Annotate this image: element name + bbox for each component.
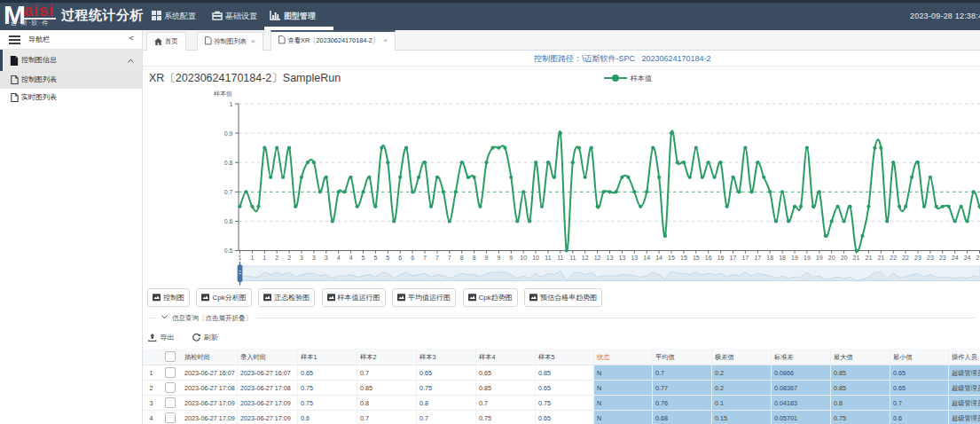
svg-text:0.7: 0.7 (224, 189, 233, 195)
svg-text:9: 9 (497, 255, 500, 261)
svg-text:17: 17 (742, 255, 749, 261)
svg-text:4: 4 (337, 255, 341, 261)
svg-text:21: 21 (877, 255, 884, 261)
svg-text:13: 13 (631, 255, 638, 261)
svg-text:20: 20 (841, 255, 848, 261)
svg-text:21: 21 (866, 255, 873, 261)
svg-text:11: 11 (545, 255, 551, 261)
svg-text:1: 1 (239, 255, 242, 261)
svg-text:11: 11 (569, 255, 576, 261)
svg-text:21: 21 (853, 255, 860, 261)
svg-text:24: 24 (964, 255, 971, 261)
svg-text:0.5: 0.5 (224, 247, 233, 254)
svg-text:12: 12 (594, 255, 601, 261)
svg-text:1: 1 (263, 255, 266, 261)
svg-text:20: 20 (828, 255, 835, 261)
svg-text:1: 1 (230, 101, 233, 107)
svg-text:15: 15 (693, 255, 700, 261)
svg-text:22: 22 (902, 255, 909, 261)
svg-text:19: 19 (791, 255, 798, 261)
svg-text:15: 15 (668, 255, 675, 261)
svg-text:22: 22 (890, 255, 897, 261)
svg-text:1: 1 (250, 255, 254, 261)
svg-text:13: 13 (619, 255, 626, 261)
svg-text:3: 3 (325, 255, 328, 261)
svg-text:6: 6 (411, 255, 414, 261)
svg-text:18: 18 (779, 255, 786, 261)
svg-text:7: 7 (435, 255, 439, 261)
svg-text:23: 23 (914, 255, 921, 261)
svg-text:5: 5 (386, 255, 389, 261)
svg-text:15: 15 (680, 255, 687, 261)
svg-text:0.6: 0.6 (224, 218, 233, 224)
svg-text:17: 17 (730, 255, 737, 261)
svg-text:0.9: 0.9 (224, 130, 233, 137)
svg-text:16: 16 (717, 255, 725, 261)
svg-text:25: 25 (976, 255, 980, 261)
svg-text:3: 3 (312, 255, 316, 261)
svg-text:23: 23 (927, 255, 934, 261)
svg-text:9: 9 (485, 255, 489, 261)
svg-text:7: 7 (448, 255, 451, 261)
svg-text:18: 18 (766, 255, 773, 261)
svg-text:10: 10 (520, 255, 527, 261)
svg-text:12: 12 (582, 255, 589, 261)
svg-text:23: 23 (939, 255, 946, 261)
svg-text:4: 4 (349, 255, 353, 261)
svg-text:3: 3 (300, 255, 303, 261)
svg-text:14: 14 (655, 255, 662, 261)
svg-text:19: 19 (816, 255, 823, 261)
svg-text:13: 13 (607, 255, 614, 261)
svg-text:8: 8 (473, 255, 476, 261)
svg-text:17: 17 (754, 255, 761, 261)
svg-text:0.8: 0.8 (224, 160, 233, 166)
svg-text:6: 6 (398, 255, 402, 261)
svg-text:7: 7 (423, 255, 427, 261)
svg-text:11: 11 (557, 255, 563, 261)
svg-text:14: 14 (643, 255, 650, 261)
svg-text:5: 5 (373, 255, 377, 261)
svg-text:8: 8 (460, 255, 464, 261)
svg-text:2: 2 (275, 255, 278, 261)
svg-text:2: 2 (287, 255, 291, 261)
svg-text:9: 9 (509, 255, 513, 261)
svg-text:16: 16 (705, 255, 712, 261)
svg-text:10: 10 (532, 255, 539, 261)
svg-text:24: 24 (952, 255, 959, 261)
svg-text:5: 5 (362, 255, 365, 261)
svg-text:19: 19 (804, 255, 811, 261)
